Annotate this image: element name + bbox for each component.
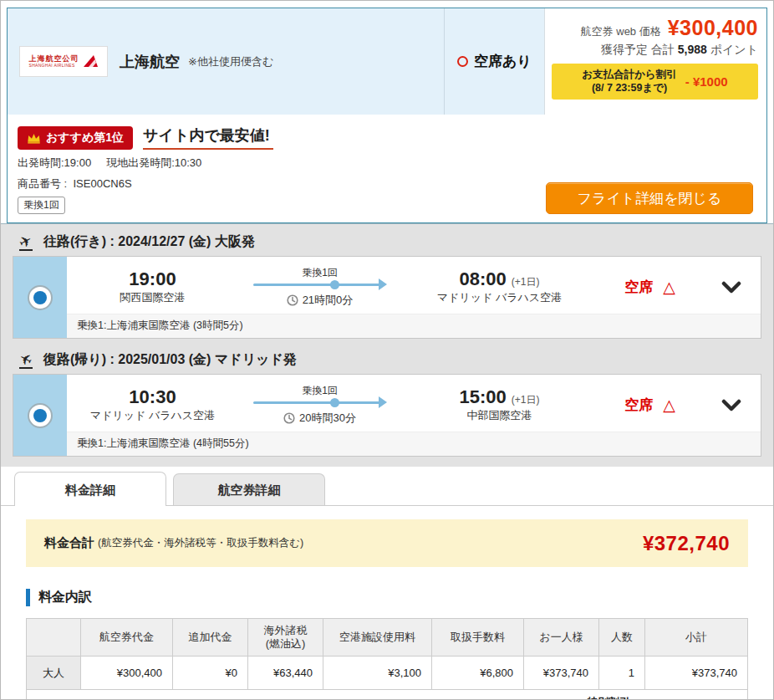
row-label-adult: 大人 [27, 657, 81, 690]
availability-cell: 空席あり [444, 8, 544, 115]
triangle-icon: △ [663, 397, 675, 413]
fare-total-note: (航空券代金・海外諸税等・取扱手数料含む) [98, 536, 303, 550]
tab-fare-detail[interactable]: 料金詳細 [14, 472, 166, 506]
airline-logo: 上海航空公司 SHANGHAI AIRLINES [19, 46, 108, 77]
departure-airport: 関西国際空港 [67, 290, 238, 305]
col-header-handling-fee: 取扱手数料 [432, 619, 524, 657]
inbound-arrival: 15:00 (+1日) 中部国際空港 [401, 386, 598, 422]
offer-card: 上海航空公司 SHANGHAI AIRLINES 上海航空 ※他社使用便含む 空… [7, 8, 767, 223]
transfer-count-tag: 乗換1回 [18, 197, 65, 214]
radio-selected-icon [28, 403, 53, 428]
close-flight-details-button[interactable]: フライト詳細を閉じる [546, 182, 753, 214]
departure-time: 19:00 [67, 268, 238, 289]
offer-body: おすすめ第1位 サイト内で最安値! 出発時間:19:00現地出発時間:10:30… [8, 115, 766, 222]
outbound-radio[interactable] [13, 257, 67, 338]
route-timeline [253, 281, 387, 289]
special-discount-row: 特別割引 -¥1,000 [26, 690, 748, 700]
inbound-departure: 10:30 マドリッド バラハス空港 [67, 386, 238, 422]
adult-handling-fee: ¥6,800 [432, 657, 524, 690]
adult-ticket-fare: ¥300,400 [81, 657, 173, 690]
airline-logo-text: 上海航空公司 SHANGHAI AIRLINES [29, 55, 79, 68]
crown-icon [27, 133, 41, 144]
airline-name: 上海航空 [120, 52, 180, 72]
web-price-value: ¥300,400 [668, 16, 758, 40]
rank-badge-label: おすすめ第1位 [46, 130, 124, 146]
flight-duration: 20時間30分 [299, 411, 356, 426]
col-header-subtotal: 小計 [645, 619, 748, 657]
inbound-seat-status: 空席 △ [598, 396, 702, 415]
adult-additional-fare: ¥0 [173, 657, 248, 690]
outbound-expand-toggle[interactable] [702, 281, 761, 294]
radio-selected-icon [28, 285, 53, 310]
detail-tabs: 料金詳細 航空券詳細 [1, 472, 773, 505]
product-number: ISE00CN6S [73, 177, 131, 190]
flight-duration: 21時間0分 [303, 293, 354, 308]
fare-total-label: 料金合計 [44, 535, 94, 551]
arrival-plus-days: (+1日) [512, 394, 540, 406]
arrival-airport: マドリッド バラハス空港 [401, 290, 598, 305]
fare-detail-panel: 料金合計 (航空券代金・海外諸税等・取扱手数料含む) ¥372,740 料金内訳… [1, 505, 773, 700]
fare-total-bar: 料金合計 (航空券代金・海外諸税等・取扱手数料含む) ¥372,740 [26, 519, 748, 567]
col-header-ticket-fare: 航空券代金 [81, 619, 173, 657]
arrival-plus-days: (+1日) [512, 276, 540, 288]
points-line: 獲得予定 合計 5,988 ポイント [552, 43, 758, 58]
adult-overseas-tax: ¥63,440 [248, 657, 323, 690]
discount-text: お支払合計から割引 (8/ 7 23:59まで) [582, 68, 676, 95]
discount-amount: - ¥1000 [685, 74, 728, 89]
departure-airport: マドリッド バラハス空港 [67, 408, 238, 423]
inbound-radio[interactable] [13, 375, 67, 456]
col-header-count: 人数 [599, 619, 645, 657]
flights-section: ✈ 往路(行き) : 2024/12/27 (金) 大阪発 19:00 関西国際… [1, 223, 773, 467]
rank-badge: おすすめ第1位 [18, 126, 133, 150]
fare-breakdown-title: 料金内訳 [26, 589, 748, 606]
adult-airport-fee: ¥3,100 [323, 657, 432, 690]
inbound-route: 乗換1回 20時間30分 [238, 384, 401, 426]
airline-note: ※他社使用便含む [188, 54, 273, 69]
outbound-route: 乗換1回 21時間0分 [238, 266, 401, 308]
col-header-overseas-tax: 海外諸税(燃油込) [248, 619, 323, 657]
inbound-title: 復路(帰り) : 2025/01/03 (金) マドリッド発 [43, 351, 297, 369]
best-price-text: サイト内で最安値! [143, 125, 273, 150]
adult-per-person: ¥373,740 [524, 657, 599, 690]
outbound-seat-status: 空席 △ [598, 278, 702, 297]
special-discount-value: -¥1,000 [630, 697, 747, 700]
chevron-down-icon [721, 281, 741, 294]
outbound-title: 往路(行き) : 2024/12/27 (金) 大阪発 [43, 233, 255, 251]
outbound-title-row: ✈ 往路(行き) : 2024/12/27 (金) 大阪発 [13, 227, 761, 256]
points-value: 5,988 [678, 43, 707, 56]
price-cell: 航空券 web 価格 ¥300,400 獲得予定 合計 5,988 ポイント お… [544, 8, 766, 115]
arrival-airport: 中部国際空港 [401, 408, 598, 423]
transfer-count: 乗換1回 [238, 266, 401, 280]
chevron-down-icon [721, 399, 741, 411]
inbound-title-row: ✈ 復路(帰り) : 2025/01/03 (金) マドリッド発 [13, 345, 761, 374]
airline-cell: 上海航空公司 SHANGHAI AIRLINES 上海航空 ※他社使用便含む [8, 8, 444, 115]
plane-takeoff-icon: ✈ [16, 234, 36, 251]
table-header-row: 航空券代金 追加代金 海外諸税(燃油込) 空港施設使用料 取扱手数料 お一人様 … [27, 619, 748, 657]
route-timeline [253, 399, 387, 407]
tab-ticket-detail[interactable]: 航空券詳細 [173, 473, 325, 505]
inbound-expand-toggle[interactable] [702, 399, 761, 411]
special-discount-label: 特別割引 [587, 695, 630, 700]
arrival-time: 15:00 (+1日) [401, 386, 598, 407]
clock-icon [283, 412, 295, 424]
clock-icon [287, 294, 298, 306]
airline-tail-icon [82, 54, 99, 69]
plane-landing-icon: ✈ [16, 352, 36, 369]
availability-label: 空席あり [474, 52, 532, 71]
airline-logo-line2: SHANGHAI AIRLINES [29, 64, 79, 68]
triangle-icon: △ [663, 279, 675, 295]
adult-count: 1 [599, 657, 645, 690]
col-header-per-person: お一人様 [524, 619, 599, 657]
col-header-empty [27, 619, 81, 657]
outbound-arrival: 08:00 (+1日) マドリッド バラハス空港 [401, 268, 598, 304]
col-header-additional-fare: 追加代金 [173, 619, 248, 657]
col-header-airport-fee: 空港施設使用料 [323, 619, 432, 657]
outbound-transfer-note: 乗換1:上海浦東国際空港 (3時間5分) [67, 314, 761, 338]
arrival-time: 08:00 (+1日) [401, 268, 598, 289]
fare-total-value: ¥372,740 [643, 532, 730, 555]
offer-header: 上海航空公司 SHANGHAI AIRLINES 上海航空 ※他社使用便含む 空… [8, 8, 766, 115]
outbound-departure: 19:00 関西国際空港 [67, 268, 238, 304]
outbound-flight-row: 19:00 関西国際空港 乗換1回 21時間0分 08:00 (+1日) マドリ [13, 256, 761, 339]
flight-offer-page: 上海航空公司 SHANGHAI AIRLINES 上海航空 ※他社使用便含む 空… [0, 0, 774, 700]
table-row-adult: 大人 ¥300,400 ¥0 ¥63,440 ¥3,100 ¥6,800 ¥37… [27, 657, 748, 690]
